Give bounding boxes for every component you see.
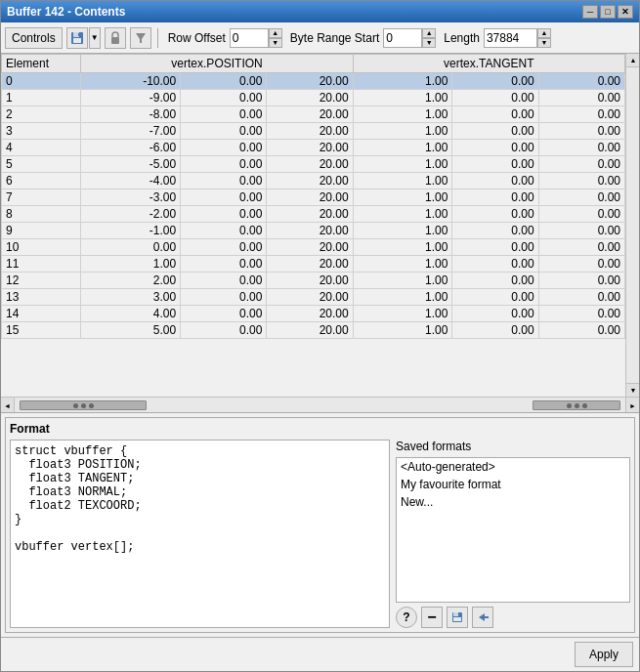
save-format-button[interactable] <box>447 607 468 628</box>
table-row[interactable]: 133.000.0020.001.000.000.00 <box>2 289 625 306</box>
table-row[interactable]: 155.000.0020.001.000.000.00 <box>2 322 625 339</box>
table-cell: 7 <box>2 189 81 206</box>
table-cell: 5.00 <box>81 322 181 339</box>
data-table: Element vertex.POSITION vertex.TANGENT 0… <box>1 54 625 339</box>
table-cell: 0.00 <box>538 189 624 206</box>
table-cell: -5.00 <box>81 156 181 173</box>
table-cell: 20.00 <box>267 223 353 239</box>
table-cell: 4 <box>2 140 81 156</box>
row-offset-spinner: ▲ ▼ <box>269 28 282 48</box>
table-cell: 0.00 <box>538 156 624 173</box>
apply-button[interactable]: Apply <box>575 642 633 667</box>
save-dropdown-button[interactable]: ▼ <box>89 27 101 49</box>
row-offset-input[interactable] <box>230 28 269 48</box>
table-cell: 0.00 <box>181 90 267 106</box>
row-offset-down[interactable]: ▼ <box>269 38 282 48</box>
byte-range-input[interactable] <box>383 28 422 48</box>
filter-button[interactable] <box>130 27 151 49</box>
close-button[interactable]: ✕ <box>618 5 633 19</box>
scroll-dot-1 <box>73 403 78 408</box>
svg-rect-7 <box>453 612 458 616</box>
table-row[interactable]: 2-8.000.0020.001.000.000.00 <box>2 106 625 123</box>
format-panel-title: Format <box>10 422 630 436</box>
apply-format-button[interactable] <box>472 607 493 628</box>
table-cell: 10 <box>2 239 81 256</box>
table-row[interactable]: 0-10.000.0020.001.000.000.00 <box>2 73 625 90</box>
minimize-button[interactable]: ─ <box>582 5 598 19</box>
table-header: Element vertex.POSITION vertex.TANGENT <box>2 55 625 73</box>
table-cell: 0.00 <box>538 273 624 289</box>
table-row[interactable]: 3-7.000.0020.001.000.000.00 <box>2 123 625 140</box>
hscroll-track <box>15 398 625 412</box>
saved-format-new[interactable]: New... <box>397 493 629 511</box>
table-cell: 0.00 <box>452 223 538 239</box>
byte-range-down[interactable]: ▼ <box>422 38 436 48</box>
table-cell: 0.00 <box>452 90 538 106</box>
table-cell: 1.00 <box>353 223 452 239</box>
table-cell: 0.00 <box>181 239 267 256</box>
table-cell: 20.00 <box>267 173 353 189</box>
delete-button[interactable]: − <box>421 607 443 628</box>
table-cell: 11 <box>2 256 81 273</box>
table-row[interactable]: 6-4.000.0020.001.000.000.00 <box>2 173 625 189</box>
table-cell: 0.00 <box>452 239 538 256</box>
table-row[interactable]: 1-9.000.0020.001.000.000.00 <box>2 90 625 106</box>
table-cell: 1.00 <box>353 156 452 173</box>
table-row[interactable]: 144.000.0020.001.000.000.00 <box>2 306 625 322</box>
table-row[interactable]: 5-5.000.0020.001.000.000.00 <box>2 156 625 173</box>
table-cell: 0.00 <box>538 239 624 256</box>
controls-button[interactable]: Controls <box>5 27 63 49</box>
table-cell: 1.00 <box>353 289 452 306</box>
table-cell: 20.00 <box>267 206 353 223</box>
vscroll-down-arrow[interactable]: ▼ <box>626 383 639 397</box>
hscroll-thumb-left[interactable] <box>20 400 147 410</box>
table-row[interactable]: 111.000.0020.001.000.000.00 <box>2 256 625 273</box>
byte-range-spinner: ▲ ▼ <box>422 28 436 48</box>
length-input[interactable] <box>484 28 537 48</box>
horizontal-scrollbar: ◄ ► <box>1 397 639 412</box>
row-offset-up[interactable]: ▲ <box>269 28 282 38</box>
table-cell: 0.00 <box>181 273 267 289</box>
table-row[interactable]: 122.000.0020.001.000.000.00 <box>2 273 625 289</box>
table-cell: -6.00 <box>81 140 181 156</box>
byte-range-up[interactable]: ▲ <box>422 28 436 38</box>
row-offset-group: ▲ ▼ <box>230 28 282 48</box>
table-cell: 1.00 <box>81 256 181 273</box>
table-cell: 0.00 <box>181 156 267 173</box>
table-row[interactable]: 7-3.000.0020.001.000.000.00 <box>2 189 625 206</box>
hscroll-right-arrow[interactable]: ► <box>625 398 639 412</box>
format-editor[interactable]: struct vbuffer { float3 POSITION; float3… <box>10 440 390 628</box>
save-button[interactable] <box>66 27 88 49</box>
help-button[interactable]: ? <box>396 607 417 628</box>
table-row[interactable]: 4-6.000.0020.001.000.000.00 <box>2 140 625 156</box>
table-cell: 1.00 <box>353 239 452 256</box>
saved-format-auto[interactable]: <Auto-generated> <box>397 458 629 476</box>
format-body: struct vbuffer { float3 POSITION; float3… <box>10 440 630 628</box>
table-cell: 1.00 <box>353 256 452 273</box>
table-cell: 1.00 <box>353 173 452 189</box>
table-cell: 20.00 <box>267 90 353 106</box>
save-format-icon <box>451 611 463 623</box>
length-down[interactable]: ▼ <box>537 38 551 48</box>
table-cell: 0.00 <box>181 189 267 206</box>
length-up[interactable]: ▲ <box>537 28 551 38</box>
table-row[interactable]: 9-1.000.0020.001.000.000.00 <box>2 223 625 239</box>
table-row[interactable]: 8-2.000.0020.001.000.000.00 <box>2 206 625 223</box>
table-cell: 0.00 <box>81 239 181 256</box>
th-element: Element <box>2 55 81 73</box>
hscroll-thumb-right[interactable] <box>533 400 620 410</box>
hscroll-left-arrow[interactable]: ◄ <box>1 398 15 412</box>
table-row[interactable]: 100.000.0020.001.000.000.00 <box>2 239 625 256</box>
saved-format-fav[interactable]: My favourite format <box>397 476 629 493</box>
table-cell: 8 <box>2 206 81 223</box>
vscroll-up-arrow[interactable]: ▲ <box>626 54 639 67</box>
length-label: Length <box>444 31 480 45</box>
table-content: Element vertex.POSITION vertex.TANGENT 0… <box>1 54 625 397</box>
save-group: ▼ <box>66 27 101 49</box>
lock-button[interactable] <box>105 27 126 49</box>
table-body: 0-10.000.0020.001.000.000.001-9.000.0020… <box>2 73 625 339</box>
length-spinner: ▲ ▼ <box>537 28 551 48</box>
maximize-button[interactable]: □ <box>600 5 616 19</box>
table-cell: 0.00 <box>538 123 624 140</box>
table-cell: 9 <box>2 223 81 239</box>
